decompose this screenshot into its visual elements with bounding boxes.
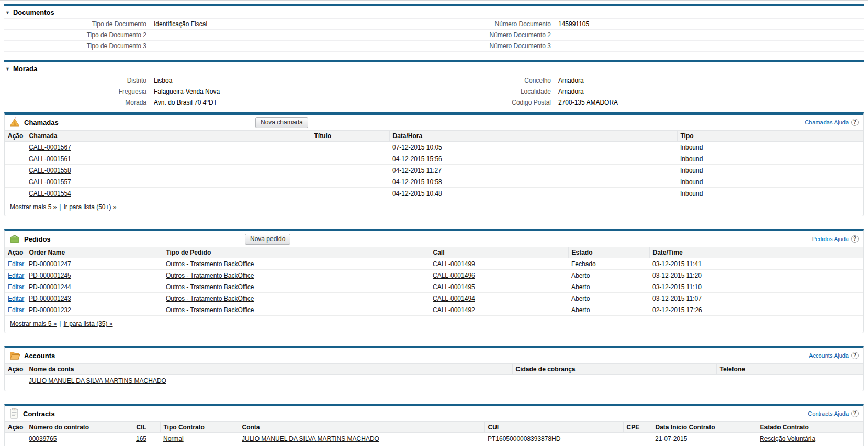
call-ref-link[interactable]: CALL-0001494 <box>433 295 475 302</box>
help-icon[interactable]: ? <box>851 352 859 359</box>
table-row: CALL-000156707-12-2015 10:05Inbound <box>5 142 863 153</box>
cell-acao <box>5 142 26 153</box>
column-header: Date/Time <box>649 247 863 258</box>
table-row: EditarPD-000001243Outros - Tratamento Ba… <box>5 293 863 304</box>
tipo-pedido-link[interactable]: Outros - Tratamento BackOffice <box>166 295 254 302</box>
order-link[interactable]: PD-000001245 <box>29 272 71 279</box>
pedidos-help-link[interactable]: Pedidos Ajuda <box>812 236 849 242</box>
help-icon[interactable]: ? <box>851 410 859 417</box>
cell-titulo <box>311 188 389 199</box>
edit-link[interactable]: Editar <box>8 260 24 268</box>
accounts-table: Ação Nome da conta Cidade de cobrança Te… <box>5 363 863 386</box>
call-link[interactable]: CALL-0001558 <box>29 167 71 174</box>
cell-datahora: 07-12-2015 10:05 <box>389 142 677 153</box>
field-value: 145991105 <box>558 19 864 29</box>
help-icon[interactable]: ? <box>851 235 859 243</box>
cell-titulo <box>311 153 389 165</box>
conta-link[interactable]: JULIO MANUEL DA SILVA MARTINS MACHADO <box>242 435 379 442</box>
table-row: 00039765 165 Normal JULIO MANUEL DA SILV… <box>5 433 863 444</box>
tipo-pedido-link[interactable]: Outros - Tratamento BackOffice <box>166 272 254 279</box>
call-ref-link[interactable]: CALL-0001499 <box>433 260 475 268</box>
field-value: Amadora <box>558 75 864 86</box>
column-header: CPE <box>623 422 652 433</box>
column-header: Estado Contrato <box>757 422 863 433</box>
call-ref-link[interactable]: CALL-0001496 <box>433 272 475 279</box>
go-to-list-link[interactable]: Ir para lista (50+) » <box>63 203 116 211</box>
call-ref-link[interactable]: CALL-0001492 <box>433 306 475 314</box>
cil-link[interactable]: 165 <box>136 435 146 442</box>
cell-datahora: 04-12-2015 11:27 <box>389 165 677 176</box>
tipo-pedido-link[interactable]: Outros - Tratamento BackOffice <box>166 306 254 314</box>
field-label: Tipo de Documento <box>4 19 154 29</box>
novo-pedido-button[interactable]: Nova pedido <box>245 234 290 245</box>
call-link[interactable]: CALL-0001561 <box>29 155 71 163</box>
edit-link[interactable]: Editar <box>8 283 24 291</box>
go-to-list-link[interactable]: Ir para lista (35) » <box>63 320 112 327</box>
field-value: Identificação Fiscal <box>154 19 434 29</box>
section-toggle-morada[interactable]: ▼Morada <box>4 62 864 75</box>
cell-cidade <box>512 375 716 386</box>
cell-estado: Aberto <box>568 293 649 304</box>
cell-acao <box>5 176 26 188</box>
estado-contrato-link[interactable]: Rescição Voluntária <box>760 435 815 442</box>
related-list-chamadas: Chamadas Nova chamada Chamadas Ajuda ? A… <box>4 112 864 216</box>
chamadas-table: Ação Chamada Título Data/Hora Tipo CALL-… <box>5 130 863 199</box>
cell-estado: Aberto <box>568 270 649 281</box>
cell-datahora: 04-12-2015 10:48 <box>389 188 677 199</box>
chamadas-header-row: Ação Chamada Título Data/Hora Tipo <box>5 131 863 142</box>
cell-cpe <box>623 433 652 444</box>
column-header: Estado <box>568 247 649 258</box>
contract-number-link[interactable]: 00039765 <box>29 435 57 442</box>
column-header: Tipo <box>677 131 863 142</box>
column-header: Ação <box>5 247 26 258</box>
call-ref-link[interactable]: CALL-0001495 <box>433 283 475 291</box>
field-label: Número Documento 2 <box>434 30 558 40</box>
order-link[interactable]: PD-000001244 <box>29 283 71 291</box>
section-toggle-documentos[interactable]: ▼Documentos <box>4 6 864 18</box>
order-link[interactable]: PD-000001232 <box>29 306 71 314</box>
nova-chamada-button[interactable]: Nova chamada <box>255 117 308 128</box>
table-row: CALL-000155704-12-2015 10:58Inbound <box>5 176 863 188</box>
tipo-pedido-link[interactable]: Outros - Tratamento BackOffice <box>166 260 254 268</box>
cell-datetime: 02-12-2015 17:26 <box>649 304 863 316</box>
order-link[interactable]: PD-000001247 <box>29 260 71 268</box>
field-label: Morada <box>4 97 154 108</box>
contracts-help-link[interactable]: Contracts Ajuda <box>808 410 849 417</box>
cell-estado: Aberto <box>568 281 649 293</box>
field-row: Tipo de Documento 3 Número Documento 3 <box>4 41 864 52</box>
column-header: Data Inicio Contrato <box>652 422 757 433</box>
show-more-link[interactable]: Mostrar mais 5 » <box>10 203 57 211</box>
contracts-header-row: Ação Número do contrato CIL Tipo Contrat… <box>5 422 863 433</box>
tipo-contrato-link[interactable]: Normal <box>163 435 184 442</box>
chamadas-help-link[interactable]: Chamadas Ajuda <box>805 119 849 125</box>
column-header: Order Name <box>26 247 163 258</box>
edit-link[interactable]: Editar <box>8 272 24 279</box>
collapse-icon[interactable]: ▼ <box>5 10 10 15</box>
call-link[interactable]: CALL-0001557 <box>29 178 71 186</box>
field-value <box>558 41 864 51</box>
cell-telefone <box>716 375 863 386</box>
cell-acao <box>5 433 26 444</box>
tipo-documento-link[interactable]: Identificação Fiscal <box>154 20 207 28</box>
cell-tipo: Inbound <box>677 153 863 165</box>
section-title-documentos: Documentos <box>13 8 54 16</box>
order-link[interactable]: PD-000001243 <box>29 295 71 302</box>
pedidos-header-row: Ação Order Name Tipo de Pedido Call Esta… <box>5 247 863 258</box>
help-icon[interactable]: ? <box>851 119 859 126</box>
collapse-icon[interactable]: ▼ <box>5 66 10 72</box>
call-link[interactable]: CALL-0001554 <box>29 190 71 197</box>
edit-link[interactable]: Editar <box>8 306 24 314</box>
cell-datetime: 03-12-2015 11:10 <box>649 281 863 293</box>
field-label: Código Postal <box>434 97 558 108</box>
contracts-document-icon <box>9 408 19 419</box>
edit-link[interactable]: Editar <box>8 295 24 302</box>
account-name-link[interactable]: JULIO MANUEL DA SILVA MARTINS MACHADO <box>29 377 166 384</box>
call-link[interactable]: CALL-0001567 <box>29 144 71 151</box>
accounts-help-link[interactable]: Accounts Ajuda <box>809 352 849 359</box>
tipo-pedido-link[interactable]: Outros - Tratamento BackOffice <box>166 283 254 291</box>
show-more-link[interactable]: Mostrar mais 5 » <box>10 320 57 327</box>
field-row: Tipo de Documento Identificação Fiscal N… <box>4 19 864 30</box>
related-list-pedidos: Pedidos Nova pedido Pedidos Ajuda ? Ação… <box>4 229 864 333</box>
cell-acao <box>5 188 26 199</box>
field-label: Tipo de Documento 3 <box>4 41 154 51</box>
